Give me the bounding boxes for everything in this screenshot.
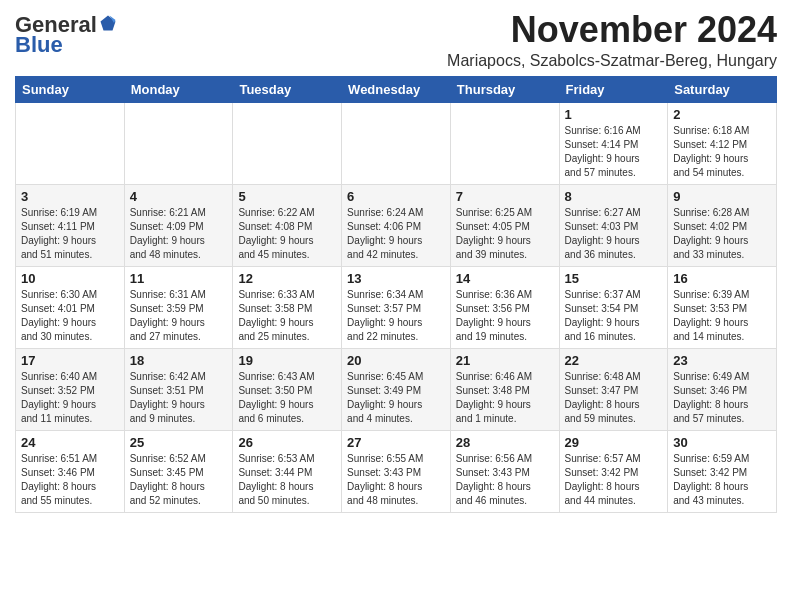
day-info: Sunrise: 6:48 AM Sunset: 3:47 PM Dayligh… bbox=[565, 370, 663, 426]
day-number: 13 bbox=[347, 271, 445, 286]
calendar-cell bbox=[342, 102, 451, 184]
day-info: Sunrise: 6:30 AM Sunset: 4:01 PM Dayligh… bbox=[21, 288, 119, 344]
logo-icon bbox=[99, 14, 117, 32]
day-number: 18 bbox=[130, 353, 228, 368]
day-info: Sunrise: 6:57 AM Sunset: 3:42 PM Dayligh… bbox=[565, 452, 663, 508]
day-info: Sunrise: 6:49 AM Sunset: 3:46 PM Dayligh… bbox=[673, 370, 771, 426]
calendar-cell: 11Sunrise: 6:31 AM Sunset: 3:59 PM Dayli… bbox=[124, 266, 233, 348]
day-number: 20 bbox=[347, 353, 445, 368]
logo: General Blue bbox=[15, 10, 117, 58]
calendar-cell: 22Sunrise: 6:48 AM Sunset: 3:47 PM Dayli… bbox=[559, 348, 668, 430]
day-info: Sunrise: 6:53 AM Sunset: 3:44 PM Dayligh… bbox=[238, 452, 336, 508]
day-info: Sunrise: 6:18 AM Sunset: 4:12 PM Dayligh… bbox=[673, 124, 771, 180]
calendar-cell bbox=[450, 102, 559, 184]
calendar-cell: 30Sunrise: 6:59 AM Sunset: 3:42 PM Dayli… bbox=[668, 430, 777, 512]
day-info: Sunrise: 6:36 AM Sunset: 3:56 PM Dayligh… bbox=[456, 288, 554, 344]
day-number: 16 bbox=[673, 271, 771, 286]
calendar-body: 1Sunrise: 6:16 AM Sunset: 4:14 PM Daylig… bbox=[16, 102, 777, 512]
calendar-cell: 29Sunrise: 6:57 AM Sunset: 3:42 PM Dayli… bbox=[559, 430, 668, 512]
day-number: 8 bbox=[565, 189, 663, 204]
day-info: Sunrise: 6:42 AM Sunset: 3:51 PM Dayligh… bbox=[130, 370, 228, 426]
day-info: Sunrise: 6:51 AM Sunset: 3:46 PM Dayligh… bbox=[21, 452, 119, 508]
day-info: Sunrise: 6:40 AM Sunset: 3:52 PM Dayligh… bbox=[21, 370, 119, 426]
calendar-cell: 6Sunrise: 6:24 AM Sunset: 4:06 PM Daylig… bbox=[342, 184, 451, 266]
weekday-header-sunday: Sunday bbox=[16, 76, 125, 102]
day-info: Sunrise: 6:31 AM Sunset: 3:59 PM Dayligh… bbox=[130, 288, 228, 344]
day-number: 15 bbox=[565, 271, 663, 286]
page-header: General Blue November 2024 Mariapocs, Sz… bbox=[15, 10, 777, 70]
day-number: 11 bbox=[130, 271, 228, 286]
calendar-cell: 3Sunrise: 6:19 AM Sunset: 4:11 PM Daylig… bbox=[16, 184, 125, 266]
weekday-header-monday: Monday bbox=[124, 76, 233, 102]
day-number: 2 bbox=[673, 107, 771, 122]
day-info: Sunrise: 6:55 AM Sunset: 3:43 PM Dayligh… bbox=[347, 452, 445, 508]
calendar-cell: 25Sunrise: 6:52 AM Sunset: 3:45 PM Dayli… bbox=[124, 430, 233, 512]
day-number: 12 bbox=[238, 271, 336, 286]
week-row-3: 10Sunrise: 6:30 AM Sunset: 4:01 PM Dayli… bbox=[16, 266, 777, 348]
day-number: 5 bbox=[238, 189, 336, 204]
day-info: Sunrise: 6:24 AM Sunset: 4:06 PM Dayligh… bbox=[347, 206, 445, 262]
day-number: 28 bbox=[456, 435, 554, 450]
day-info: Sunrise: 6:52 AM Sunset: 3:45 PM Dayligh… bbox=[130, 452, 228, 508]
day-info: Sunrise: 6:39 AM Sunset: 3:53 PM Dayligh… bbox=[673, 288, 771, 344]
day-number: 4 bbox=[130, 189, 228, 204]
day-number: 29 bbox=[565, 435, 663, 450]
day-number: 19 bbox=[238, 353, 336, 368]
week-row-1: 1Sunrise: 6:16 AM Sunset: 4:14 PM Daylig… bbox=[16, 102, 777, 184]
calendar-cell: 28Sunrise: 6:56 AM Sunset: 3:43 PM Dayli… bbox=[450, 430, 559, 512]
calendar-cell: 10Sunrise: 6:30 AM Sunset: 4:01 PM Dayli… bbox=[16, 266, 125, 348]
day-info: Sunrise: 6:43 AM Sunset: 3:50 PM Dayligh… bbox=[238, 370, 336, 426]
calendar-cell: 21Sunrise: 6:46 AM Sunset: 3:48 PM Dayli… bbox=[450, 348, 559, 430]
svg-marker-0 bbox=[100, 16, 115, 31]
weekday-header-tuesday: Tuesday bbox=[233, 76, 342, 102]
day-number: 10 bbox=[21, 271, 119, 286]
calendar-cell: 7Sunrise: 6:25 AM Sunset: 4:05 PM Daylig… bbox=[450, 184, 559, 266]
week-row-4: 17Sunrise: 6:40 AM Sunset: 3:52 PM Dayli… bbox=[16, 348, 777, 430]
day-number: 27 bbox=[347, 435, 445, 450]
month-title: November 2024 bbox=[447, 10, 777, 50]
day-info: Sunrise: 6:27 AM Sunset: 4:03 PM Dayligh… bbox=[565, 206, 663, 262]
calendar-cell: 9Sunrise: 6:28 AM Sunset: 4:02 PM Daylig… bbox=[668, 184, 777, 266]
day-number: 22 bbox=[565, 353, 663, 368]
calendar-cell: 27Sunrise: 6:55 AM Sunset: 3:43 PM Dayli… bbox=[342, 430, 451, 512]
calendar-cell: 4Sunrise: 6:21 AM Sunset: 4:09 PM Daylig… bbox=[124, 184, 233, 266]
calendar-cell bbox=[124, 102, 233, 184]
calendar-cell: 20Sunrise: 6:45 AM Sunset: 3:49 PM Dayli… bbox=[342, 348, 451, 430]
day-number: 21 bbox=[456, 353, 554, 368]
calendar-cell: 8Sunrise: 6:27 AM Sunset: 4:03 PM Daylig… bbox=[559, 184, 668, 266]
day-info: Sunrise: 6:19 AM Sunset: 4:11 PM Dayligh… bbox=[21, 206, 119, 262]
day-number: 3 bbox=[21, 189, 119, 204]
day-info: Sunrise: 6:59 AM Sunset: 3:42 PM Dayligh… bbox=[673, 452, 771, 508]
calendar-cell: 18Sunrise: 6:42 AM Sunset: 3:51 PM Dayli… bbox=[124, 348, 233, 430]
calendar-cell bbox=[16, 102, 125, 184]
logo-blue: Blue bbox=[15, 32, 63, 58]
day-info: Sunrise: 6:46 AM Sunset: 3:48 PM Dayligh… bbox=[456, 370, 554, 426]
day-info: Sunrise: 6:37 AM Sunset: 3:54 PM Dayligh… bbox=[565, 288, 663, 344]
calendar-cell: 1Sunrise: 6:16 AM Sunset: 4:14 PM Daylig… bbox=[559, 102, 668, 184]
day-number: 26 bbox=[238, 435, 336, 450]
calendar-cell: 23Sunrise: 6:49 AM Sunset: 3:46 PM Dayli… bbox=[668, 348, 777, 430]
day-number: 14 bbox=[456, 271, 554, 286]
title-section: November 2024 Mariapocs, Szabolcs-Szatma… bbox=[447, 10, 777, 70]
calendar-cell: 5Sunrise: 6:22 AM Sunset: 4:08 PM Daylig… bbox=[233, 184, 342, 266]
day-number: 7 bbox=[456, 189, 554, 204]
day-info: Sunrise: 6:25 AM Sunset: 4:05 PM Dayligh… bbox=[456, 206, 554, 262]
weekday-header-saturday: Saturday bbox=[668, 76, 777, 102]
day-info: Sunrise: 6:22 AM Sunset: 4:08 PM Dayligh… bbox=[238, 206, 336, 262]
location-title: Mariapocs, Szabolcs-Szatmar-Bereg, Hunga… bbox=[447, 52, 777, 70]
day-info: Sunrise: 6:16 AM Sunset: 4:14 PM Dayligh… bbox=[565, 124, 663, 180]
day-number: 23 bbox=[673, 353, 771, 368]
day-info: Sunrise: 6:56 AM Sunset: 3:43 PM Dayligh… bbox=[456, 452, 554, 508]
day-info: Sunrise: 6:28 AM Sunset: 4:02 PM Dayligh… bbox=[673, 206, 771, 262]
calendar-cell: 2Sunrise: 6:18 AM Sunset: 4:12 PM Daylig… bbox=[668, 102, 777, 184]
day-info: Sunrise: 6:33 AM Sunset: 3:58 PM Dayligh… bbox=[238, 288, 336, 344]
day-number: 17 bbox=[21, 353, 119, 368]
week-row-5: 24Sunrise: 6:51 AM Sunset: 3:46 PM Dayli… bbox=[16, 430, 777, 512]
day-number: 30 bbox=[673, 435, 771, 450]
calendar-cell: 17Sunrise: 6:40 AM Sunset: 3:52 PM Dayli… bbox=[16, 348, 125, 430]
calendar-cell: 12Sunrise: 6:33 AM Sunset: 3:58 PM Dayli… bbox=[233, 266, 342, 348]
day-number: 6 bbox=[347, 189, 445, 204]
day-number: 25 bbox=[130, 435, 228, 450]
calendar-cell: 19Sunrise: 6:43 AM Sunset: 3:50 PM Dayli… bbox=[233, 348, 342, 430]
calendar-cell bbox=[233, 102, 342, 184]
